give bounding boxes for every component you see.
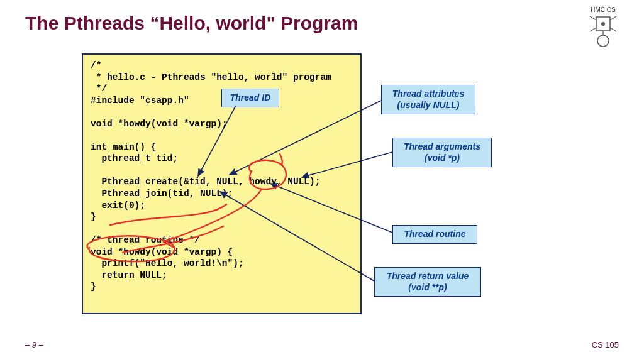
svg-point-1 bbox=[601, 22, 605, 26]
svg-line-4 bbox=[590, 28, 596, 31]
callout-thread-routine: Thread routine bbox=[392, 225, 477, 244]
svg-line-5 bbox=[610, 28, 616, 31]
slide-title: The Pthreads “Hello, world" Program bbox=[25, 13, 358, 34]
callout-thread-return-value: Thread return value (void **p) bbox=[374, 267, 481, 297]
svg-line-2 bbox=[590, 16, 596, 20]
logo-text: HMC CS bbox=[591, 6, 615, 13]
svg-point-6 bbox=[597, 35, 609, 47]
callout-thread-attributes: Thread attributes (usually NULL) bbox=[381, 85, 475, 114]
footer-course: CS 105 bbox=[592, 340, 619, 349]
callout-thread-arguments: Thread arguments (void *p) bbox=[392, 138, 492, 167]
svg-line-3 bbox=[610, 16, 616, 20]
callout-thread-id: Thread ID bbox=[221, 89, 279, 107]
footer-page-number: – 9 – bbox=[25, 340, 43, 349]
hmc-cs-logo: HMC CS bbox=[578, 6, 628, 50]
